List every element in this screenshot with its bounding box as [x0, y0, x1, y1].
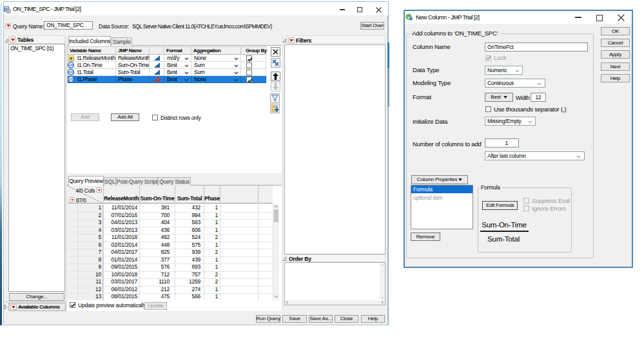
svg-text:123: 123: [68, 77, 73, 81]
svg-text:123: 123: [68, 70, 73, 74]
svg-text:123: 123: [68, 63, 73, 67]
